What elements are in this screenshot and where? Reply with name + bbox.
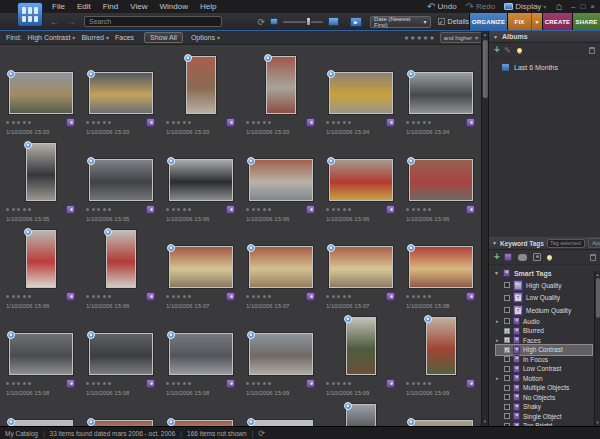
delete-tag-icon[interactable] [590, 254, 596, 261]
lightbulb-icon[interactable] [547, 255, 552, 260]
home-icon[interactable]: ⌂ [555, 2, 562, 11]
star-rating[interactable] [6, 208, 31, 211]
close-button[interactable]: × [590, 2, 595, 11]
large-thumbnail-icon[interactable] [328, 17, 339, 26]
tag-checkbox[interactable] [504, 394, 510, 400]
media-thumbnail-cell[interactable]: 1/10/2006 15:03 [1, 52, 81, 139]
media-thumbnail-cell[interactable]: 1/10/2006 15:10 [321, 400, 401, 426]
smart-tag-row[interactable]: ▸ Single Object [496, 412, 600, 422]
photo-thumbnail[interactable] [249, 333, 313, 375]
back-arrow-button[interactable]: ← [50, 16, 60, 27]
redo-button[interactable]: ↷ Redo [466, 2, 496, 11]
star-rating[interactable] [246, 382, 271, 385]
slider-handle[interactable] [306, 17, 311, 26]
tab-create[interactable]: CREATE [542, 13, 572, 31]
photo-thumbnail[interactable] [169, 159, 233, 201]
star-rating[interactable] [246, 295, 271, 298]
smart-tag-row[interactable]: ▸ No Objects [496, 393, 600, 403]
tab-organize[interactable]: ORGANIZE [469, 13, 507, 31]
thumbnail-size-slider[interactable] [283, 21, 323, 23]
find-criterion-high-contrast[interactable]: High Contrast ▾ [28, 34, 76, 41]
media-thumbnail-cell[interactable]: 1/10/2006 15:06 [401, 139, 481, 226]
menu-view[interactable]: View [130, 2, 147, 11]
menu-file[interactable]: File [52, 2, 65, 11]
expand-icon[interactable]: ▸ [496, 337, 501, 343]
photo-thumbnail[interactable] [266, 56, 296, 114]
photo-thumbnail[interactable] [346, 317, 376, 375]
star-rating[interactable] [166, 295, 191, 298]
media-grid-scrollbar[interactable]: ▲ ▼ [481, 31, 488, 426]
smart-tag-row[interactable]: ▸ High Contrast [496, 345, 592, 355]
media-thumbnail-cell[interactable]: 1/10/2006 15:08 [1, 313, 81, 400]
collapse-icon[interactable]: ▼ [492, 240, 497, 246]
photo-thumbnail[interactable] [249, 246, 313, 288]
edit-album-icon[interactable]: ✎ [504, 46, 511, 55]
smart-tag-row[interactable]: ▸ Blurred [496, 326, 600, 336]
delete-album-icon[interactable] [589, 47, 595, 54]
star-rating[interactable] [246, 121, 271, 124]
tag-checkbox[interactable] [504, 404, 510, 410]
media-thumbnail-cell[interactable]: 1/10/2006 15:07 [321, 226, 401, 313]
star-rating[interactable] [86, 208, 111, 211]
photo-thumbnail[interactable] [89, 333, 153, 375]
forward-arrow-button[interactable]: → [66, 16, 76, 27]
photo-thumbnail[interactable] [329, 246, 393, 288]
tag-checkbox[interactable] [504, 328, 510, 334]
star-rating[interactable] [326, 295, 351, 298]
star-rating[interactable] [246, 208, 271, 211]
slideshow-icon[interactable]: ▶ [350, 17, 362, 27]
smart-tag-row[interactable]: ▸ Motion [496, 374, 600, 384]
star-rating[interactable] [86, 382, 111, 385]
photo-thumbnail[interactable] [9, 333, 73, 375]
star-rating[interactable] [326, 121, 351, 124]
expand-icon[interactable]: ▸ [496, 318, 501, 324]
media-thumbnail-cell[interactable]: 1/10/2006 15:09 [1, 400, 81, 426]
collapse-icon[interactable]: ▼ [494, 270, 499, 276]
photo-thumbnail[interactable] [9, 72, 73, 114]
media-thumbnail-cell[interactable]: 1/10/2006 15:10 [241, 400, 321, 426]
star-rating[interactable] [406, 295, 431, 298]
scroll-down-icon[interactable]: ▼ [595, 419, 600, 426]
smart-tag-row[interactable]: ▸ In Focus [496, 355, 600, 365]
star-rating[interactable] [406, 208, 431, 211]
media-thumbnail-cell[interactable]: 1/10/2006 15:07 [161, 226, 241, 313]
keyword-list-scrollbar[interactable]: ▲ ▼ [594, 271, 600, 426]
photo-thumbnail[interactable] [409, 246, 473, 288]
tag-checkbox[interactable] [504, 282, 510, 288]
media-thumbnail-cell[interactable]: 1/10/2006 15:06 [161, 139, 241, 226]
tab-fix[interactable]: FIX [507, 13, 531, 31]
photo-thumbnail[interactable] [249, 159, 313, 201]
expand-icon[interactable]: ▸ [496, 375, 501, 381]
apply-button[interactable]: Apply [588, 238, 600, 248]
scroll-up-icon[interactable]: ▲ [595, 271, 600, 278]
photo-thumbnail[interactable] [329, 72, 393, 114]
tag-checkbox[interactable] [504, 347, 510, 353]
smart-tag-row[interactable]: ▸ ? Medium Quality [496, 304, 600, 317]
media-thumbnail-cell[interactable]: 1/10/2006 15:03 [241, 52, 321, 139]
menu-help[interactable]: Help [200, 2, 216, 11]
display-button[interactable]: Display ▾ [504, 2, 546, 11]
star-rating[interactable] [326, 382, 351, 385]
photo-thumbnail[interactable] [346, 404, 376, 426]
media-thumbnail-cell[interactable]: 1/10/2006 15:05 [1, 139, 81, 226]
tag-checkbox[interactable] [504, 385, 510, 391]
albums-panel-header[interactable]: ▼ Albums [489, 31, 600, 43]
star-rating[interactable] [406, 382, 431, 385]
photo-thumbnail[interactable] [409, 159, 473, 201]
photo-thumbnail[interactable] [169, 246, 233, 288]
star-rating[interactable] [166, 121, 191, 124]
media-thumbnail-cell[interactable]: 1/10/2006 15:09 [401, 313, 481, 400]
tag-checkbox[interactable] [504, 337, 510, 343]
chevron-down-icon[interactable]: ▾ [496, 47, 499, 53]
tag-checkbox[interactable] [504, 318, 510, 324]
media-thumbnail-cell[interactable]: 1/10/2006 15:09 [321, 313, 401, 400]
maximize-button[interactable]: □ [580, 2, 585, 11]
options-button[interactable]: Options ▾ [191, 34, 220, 41]
media-thumbnail-cell[interactable]: 1/10/2006 15:06 [1, 226, 81, 313]
star-rating[interactable] [6, 295, 31, 298]
media-thumbnail-cell[interactable]: 1/10/2006 15:06 [81, 226, 161, 313]
media-thumbnail-cell[interactable]: 1/10/2006 15:05 [81, 139, 161, 226]
tag-checkbox[interactable] [504, 356, 510, 362]
media-thumbnail-cell[interactable]: 1/10/2006 15:06 [241, 139, 321, 226]
media-thumbnail-cell[interactable]: 1/10/2006 15:07 [241, 226, 321, 313]
